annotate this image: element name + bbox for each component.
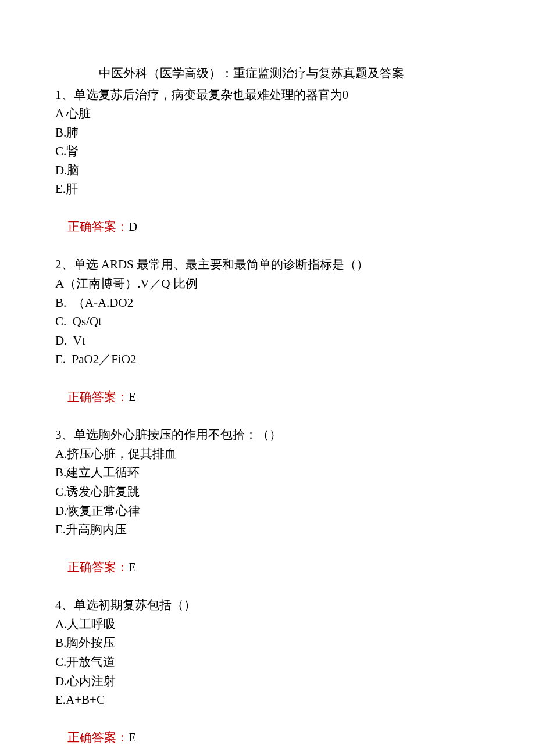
q2-option-e: E. PaO2／FiO2 bbox=[55, 350, 480, 369]
q1-option-b: B.肺 bbox=[55, 123, 480, 142]
answer-label: 正确答案： bbox=[67, 220, 129, 234]
page-title: 中医外科（医学高级）：重症监测治疗与复苏真题及答案 bbox=[55, 64, 480, 83]
q3-option-b: B.建立人工循环 bbox=[55, 463, 480, 482]
q2-option-d: D. Vt bbox=[55, 331, 480, 350]
q3-option-e: E.升高胸内压 bbox=[55, 520, 480, 539]
q3-stem: 3、单选胸外心脏按压的作用不包拾：（） bbox=[55, 425, 480, 445]
q2-option-a: A（江南博哥）.V／Q 比例 bbox=[55, 274, 480, 293]
q3-option-a: A.挤压心脏，促其排血 bbox=[55, 445, 480, 464]
answer-value: E bbox=[129, 390, 136, 404]
q4-option-d: D.心内注射 bbox=[55, 672, 480, 691]
q4-option-c: C.开放气道 bbox=[55, 653, 480, 672]
q2-answer: 正确答案：E bbox=[55, 369, 480, 426]
q4-stem: 4、单选初期复苏包括（） bbox=[55, 596, 480, 615]
q4-option-e: E.A+B+C bbox=[55, 690, 480, 710]
q3-option-c: C.诱发心脏复跳 bbox=[55, 482, 480, 501]
q1-option-c: C.肾 bbox=[55, 142, 480, 161]
q1-option-d: D.脑 bbox=[55, 161, 480, 180]
answer-label: 正确答案： bbox=[67, 560, 129, 574]
q4-answer: 正确答案：E bbox=[55, 710, 480, 756]
answer-value: E bbox=[129, 560, 136, 574]
page: 中医外科（医学高级）：重症监测治疗与复苏真题及答案 1、单选复苏后治疗，病变最复… bbox=[0, 0, 535, 756]
answer-value: D bbox=[129, 220, 137, 234]
q1-option-e: E.肝 bbox=[55, 180, 480, 199]
q3-option-d: D.恢复正常心律 bbox=[55, 501, 480, 521]
q4-option-a: Λ.人工呼吸 bbox=[55, 615, 480, 634]
q3-answer: 正确答案：E bbox=[55, 539, 480, 596]
q1-answer: 正确答案：D bbox=[55, 199, 480, 256]
q2-option-c: C. Qs/Qt bbox=[55, 312, 480, 331]
q4-option-b: B.胸外按压 bbox=[55, 633, 480, 653]
answer-label: 正确答案： bbox=[67, 390, 129, 404]
answer-value: E bbox=[129, 730, 136, 744]
q1-option-a: A 心脏 bbox=[55, 104, 480, 123]
q1-stem: 1、单选复苏后治疗，病变最复杂也最难处理的器官为0 bbox=[55, 85, 480, 105]
q2-stem: 2、单选 ARDS 最常用、最主要和最简单的诊断指标是（） bbox=[55, 255, 480, 274]
answer-label: 正确答案： bbox=[67, 730, 129, 744]
q2-option-b: B. （A-A.DO2 bbox=[55, 293, 480, 313]
